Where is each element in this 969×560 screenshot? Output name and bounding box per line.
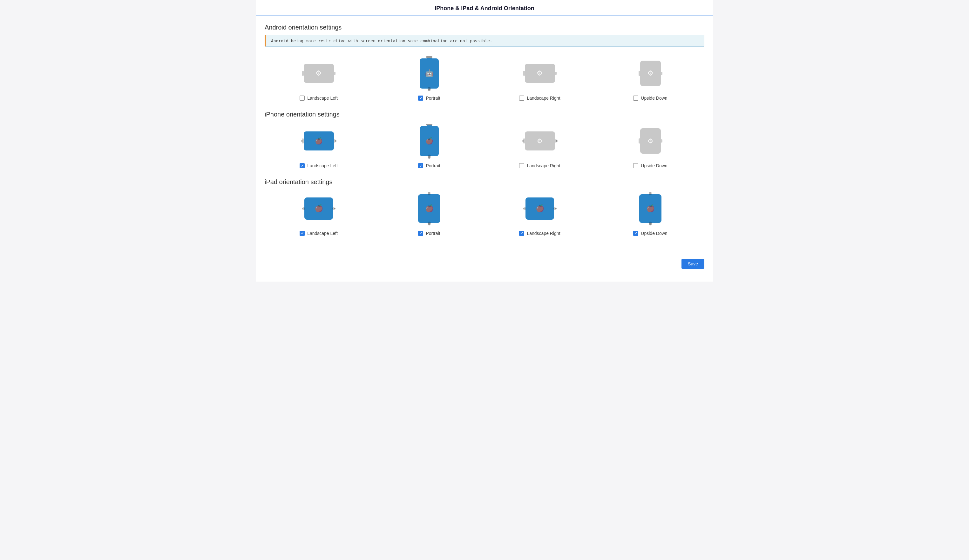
iphone-section-title: iPhone orientation settings xyxy=(265,111,704,118)
android-upside-down-label: Upside Down xyxy=(641,96,667,101)
android-landscape-left-device: ⚙ xyxy=(304,64,334,83)
android-portrait-label: Portrait xyxy=(426,96,440,101)
android-info-banner: Android being more restrictive with scre… xyxy=(265,35,704,47)
android-upside-down-preview: ⚙ xyxy=(631,54,669,92)
iphone-portrait-item: 🍎 Portrait xyxy=(375,122,483,168)
android-logo-icon: 🤖 xyxy=(425,69,434,78)
ipad-upside-down-label: Upside Down xyxy=(641,231,667,236)
ipad-landscape-left-item: 🍎 Landscape Left xyxy=(265,189,373,236)
apple-ipad-icon: 🍎 xyxy=(315,204,323,213)
ipad-portrait-checkbox[interactable] xyxy=(418,231,423,236)
android-icon: ⚙ xyxy=(315,69,322,78)
android-upside-down-item: ⚙ Upside Down xyxy=(596,54,704,101)
ipad-landscape-right-device: 🍎 xyxy=(526,198,554,220)
iphone-orientation-grid: 🍎 Landscape Left 🍎 xyxy=(265,122,704,168)
android-landscape-left-label: Landscape Left xyxy=(307,96,338,101)
iphone-landscape-right-device: ⚙ xyxy=(525,131,555,151)
iphone-landscape-left-item: 🍎 Landscape Left xyxy=(265,122,373,168)
ipad-landscape-left-device: 🍎 xyxy=(305,198,333,220)
ipad-landscape-left-preview: 🍎 xyxy=(300,189,338,228)
android-section: Android orientation settings Android bei… xyxy=(265,24,704,101)
iphone-top-notch xyxy=(426,124,432,125)
android-landscape-right-device: ⚙ xyxy=(525,64,555,83)
apple-ipad-icon-3: 🍎 xyxy=(536,204,544,213)
save-button[interactable]: Save xyxy=(681,259,704,269)
android-landscape-left-preview: ⚙ xyxy=(300,54,338,92)
ipad-landscape-right-left-dot xyxy=(523,208,524,209)
ipad-portrait-device: 🍎 xyxy=(418,194,440,223)
iphone-landscape-right-item: ⚙ Landscape Right xyxy=(486,122,594,168)
iphone-section: iPhone orientation settings 🍎 Landscape … xyxy=(265,111,704,168)
save-row: Save xyxy=(256,254,713,269)
ipad-updown-top-dot xyxy=(649,192,652,194)
ipad-section-title: iPad orientation settings xyxy=(265,178,704,186)
ipad-portrait-label: Portrait xyxy=(426,231,440,236)
ipad-upside-down-device: 🍎 xyxy=(639,194,661,223)
android-portrait-checkbox[interactable] xyxy=(418,96,423,101)
iphone-portrait-preview: 🍎 xyxy=(410,122,448,160)
ipad-landscape-right-label: Landscape Right xyxy=(527,231,560,236)
iphone-upside-down-device: ⚙ xyxy=(640,128,661,154)
ipad-portrait-row: Portrait xyxy=(418,231,440,236)
ipad-section: iPad orientation settings 🍎 Landscape Le… xyxy=(265,178,704,236)
iphone-landscape-left-checkbox[interactable] xyxy=(300,163,305,168)
phone-top-notch xyxy=(426,56,432,58)
ipad-portrait-item: 🍎 Portrait xyxy=(375,189,483,236)
android-landscape-left-row: Landscape Left xyxy=(300,96,338,101)
android-landscape-right-preview: ⚙ xyxy=(521,54,559,92)
android-upside-down-row: Upside Down xyxy=(633,96,667,101)
android-landscape-right-label: Landscape Right xyxy=(527,96,560,101)
iphone-landscape-left-device: 🍎 xyxy=(304,131,334,151)
ipad-landscape-right-right-dot xyxy=(555,208,557,209)
phone-home-button xyxy=(428,88,431,91)
android-upside-down-device: ⚙ xyxy=(640,61,661,86)
android-portrait-item: 🤖 Portrait xyxy=(375,54,483,101)
ipad-left-dot xyxy=(302,208,303,209)
iphone-landscape-left-row: Landscape Left xyxy=(300,163,338,168)
android-icon-2: ⚙ xyxy=(537,69,543,78)
iphone-portrait-device: 🍎 xyxy=(420,126,439,156)
apple-ipad-icon-4: 🍎 xyxy=(646,204,655,213)
iphone-landscape-left-preview: 🍎 xyxy=(300,122,338,160)
android-icon-3: ⚙ xyxy=(647,69,654,78)
iphone-landscape-right-checkbox[interactable] xyxy=(519,163,524,168)
iphone-portrait-row: Portrait xyxy=(418,163,440,168)
android-portrait-device: 🤖 xyxy=(420,58,439,88)
ipad-upside-down-item: 🍎 Upside Down xyxy=(596,189,704,236)
iphone-upside-down-row: Upside Down xyxy=(633,163,667,168)
apple-ipad-icon-2: 🍎 xyxy=(425,204,434,213)
iphone-portrait-checkbox[interactable] xyxy=(418,163,423,168)
ipad-landscape-left-checkbox[interactable] xyxy=(300,231,305,236)
android-upside-down-checkbox[interactable] xyxy=(633,96,638,101)
android-orientation-grid: ⚙ Landscape Left 🤖 xyxy=(265,54,704,101)
iphone-upside-down-preview: ⚙ xyxy=(631,122,669,160)
android-landscape-right-checkbox[interactable] xyxy=(519,96,524,101)
android-section-title: Android orientation settings xyxy=(265,24,704,31)
apple-icon-2: 🍎 xyxy=(425,137,433,145)
main-content: Android orientation settings Android bei… xyxy=(256,16,713,254)
ipad-landscape-right-item: 🍎 Landscape Right xyxy=(486,189,594,236)
ipad-landscape-right-row: Landscape Right xyxy=(519,231,560,236)
android-landscape-right-item: ⚙ Landscape Right xyxy=(486,54,594,101)
iphone-upside-down-label: Upside Down xyxy=(641,163,667,168)
ipad-landscape-left-label: Landscape Left xyxy=(307,231,338,236)
iphone-right-right-dot xyxy=(556,140,558,142)
iphone-upside-down-checkbox[interactable] xyxy=(633,163,638,168)
android-landscape-left-checkbox[interactable] xyxy=(300,96,305,101)
ipad-landscape-right-checkbox[interactable] xyxy=(519,231,524,236)
page-container: IPhone & IPad & Android Orientation Andr… xyxy=(256,0,713,282)
android-landscape-right-row: Landscape Right xyxy=(519,96,560,101)
iphone-upside-down-item: ⚙ Upside Down xyxy=(596,122,704,168)
page-title: IPhone & IPad & Android Orientation xyxy=(256,0,713,16)
apple-icon-3: ⚙ xyxy=(537,137,543,145)
ipad-updown-home-btn xyxy=(649,223,652,225)
ipad-landscape-left-row: Landscape Left xyxy=(300,231,338,236)
iphone-right-dot xyxy=(335,140,336,142)
android-portrait-preview: 🤖 xyxy=(410,54,448,92)
apple-icon: 🍎 xyxy=(315,137,323,145)
ipad-orientation-grid: 🍎 Landscape Left 🍎 xyxy=(265,189,704,236)
iphone-right-left-dot xyxy=(522,140,524,142)
ipad-upside-down-checkbox[interactable] xyxy=(633,231,638,236)
ipad-top-dot xyxy=(428,192,431,194)
ipad-upside-down-row: Upside Down xyxy=(633,231,667,236)
